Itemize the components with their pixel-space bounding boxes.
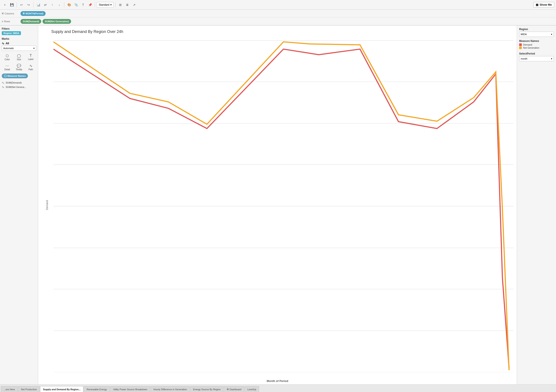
tab-hourly-difference[interactable]: Hourly Difference in Generation — [151, 386, 190, 392]
marks-path-btn[interactable]: ∿ Path — [25, 63, 36, 72]
region-label: Region — [519, 28, 554, 31]
marks-type-dropdown[interactable]: Automatic ▾ — [2, 46, 36, 51]
swap-icon[interactable]: ⇄ — [42, 2, 48, 8]
right-panel: Region MIDA ▾ Measure Names Demand Net G… — [517, 25, 556, 384]
sum-netgen-row: ∿ SUM(Net Genera... — [2, 85, 36, 89]
marks-all-row: ∿ All — [2, 41, 36, 46]
bottom-tabs: ...ers Here Net Production Supply and De… — [0, 384, 556, 392]
share-icon[interactable]: ⇗ — [131, 2, 137, 8]
rows-label: ≡ Rows — [2, 20, 19, 23]
undo-icon[interactable]: ↩ — [19, 2, 25, 8]
size-icon: ◯ — [17, 54, 21, 58]
save-icon[interactable]: 💾 — [9, 2, 15, 8]
marks-label-btn[interactable]: T Label — [25, 53, 36, 62]
sort-desc-icon[interactable]: ↓ — [56, 2, 62, 8]
select-period-label: SelectPeriod — [519, 52, 554, 55]
select-period-chevron: ▾ — [551, 57, 552, 60]
rows-shelf: ≡ Rows SUM(Demand) SUM(Net Generation) — [0, 17, 556, 25]
text-icon[interactable]: T — [80, 2, 86, 8]
demand-swatch — [519, 43, 522, 46]
line-icon-netgen: ∿ — [2, 85, 4, 89]
measure-names-pill[interactable]: ⬡ Measure Names — [2, 73, 28, 78]
show-me-button[interactable]: ▦ Show Me — [533, 2, 554, 8]
marks-all-label: All — [6, 42, 9, 45]
tooltip-icon: 💬 — [17, 64, 21, 68]
marks-color-btn[interactable]: ⬡ Color — [2, 53, 13, 62]
show-me-icon: ▦ — [536, 3, 538, 6]
marks-section: Marks ∿ All Automatic ▾ ⬡ Color ◯ Size — [2, 37, 36, 78]
sum-demand-row: ∿ SUM(Demand) — [2, 80, 36, 85]
marks-size-btn[interactable]: ◯ Size — [14, 53, 24, 62]
legend-netgen: Net Generation — [519, 47, 554, 49]
toolbar: + 💾 ↩ ↪ 📊 ⇄ ↑ ↓ 🎨 📎 T 📌 Standard ▾ ⊞ 🖥 ⇗… — [0, 0, 556, 10]
marks-tooltip-btn[interactable]: 💬 Tooltip — [14, 63, 24, 72]
device-icon[interactable]: 🖥 — [124, 2, 130, 8]
path-icon: ∿ — [30, 64, 32, 68]
region-dropdown[interactable]: MIDA ▾ — [519, 32, 554, 37]
chart-title: Supply and Demand By Region Over 24h — [38, 25, 517, 36]
chart-area: Supply and Demand By Region Over 24h Dem… — [38, 25, 517, 384]
x-axis-title: Month of Period — [267, 379, 288, 383]
tab-energy-source[interactable]: Energy Source By Region — [190, 386, 224, 392]
select-period-dropdown[interactable]: month ▾ — [519, 56, 554, 61]
netgen-swatch — [519, 47, 522, 49]
filters-section: Filters Region: MIDA — [2, 27, 36, 35]
marks-title: Marks — [2, 37, 36, 40]
detail-icon: ⋯ — [6, 64, 9, 68]
color-icon[interactable]: 🎨 — [66, 2, 72, 8]
tab-utility-power[interactable]: Utility Power Source Breakdown — [110, 386, 150, 392]
filter-region-pill[interactable]: Region: MIDA — [2, 31, 21, 35]
redo-icon[interactable]: ↪ — [25, 2, 32, 8]
tab-renewable-energy[interactable]: Renewable Energy — [84, 386, 110, 392]
tab-dashboard[interactable]: ⊞ Dashboard — [224, 386, 244, 392]
tab-levelup[interactable]: LevelUp — [245, 386, 259, 392]
select-period-section: SelectPeriod month ▾ — [519, 52, 554, 61]
region-dropdown-chevron: ▾ — [551, 33, 552, 36]
columns-pill-month[interactable]: ⊞ MONTH(Period) — [21, 11, 46, 16]
dashboard-icon: ⊞ — [227, 388, 229, 391]
main-layout: Filters Region: MIDA Marks ∿ All Automat… — [0, 25, 556, 384]
tab-net-production[interactable]: Net Production — [18, 386, 40, 392]
rows-pill-netgen[interactable]: SUM(Net Generation) — [43, 19, 71, 24]
region-section: Region MIDA ▾ — [519, 28, 554, 37]
sort-asc-icon[interactable]: ↑ — [49, 2, 55, 8]
measure-names-section: Measure Names Demand Net Generation — [519, 39, 554, 49]
legend-demand: Demand — [519, 43, 554, 46]
measure-names-legend-title: Measure Names — [519, 39, 554, 43]
toolbar-separator-5 — [115, 2, 116, 8]
toolbar-separator — [16, 2, 17, 8]
marks-type-chevron: ▾ — [33, 47, 35, 50]
left-panel: Filters Region: MIDA Marks ∿ All Automat… — [0, 25, 38, 384]
rows-pill-demand[interactable]: SUM(Demand) — [21, 19, 41, 24]
line-icon-demand: ∿ — [2, 81, 4, 84]
sum-rows-section: ∿ SUM(Demand) ∿ SUM(Net Genera... — [2, 80, 36, 89]
fit-icon[interactable]: ⊞ — [117, 2, 124, 8]
color-dots-icon: ⬡ — [6, 54, 9, 58]
toolbar-separator-4 — [95, 2, 95, 8]
marks-icons-grid: ⬡ Color ◯ Size T Label ⋯ Detail 💬 Too — [2, 53, 36, 72]
standard-dropdown[interactable]: Standard ▾ — [97, 2, 114, 8]
demand-line — [54, 49, 509, 368]
columns-label: ⊞ Columns — [2, 12, 19, 15]
toolbar-separator-3 — [64, 2, 64, 8]
label-icon: T — [30, 54, 32, 58]
toolbar-separator-2 — [33, 2, 34, 8]
annotate-icon[interactable]: 📎 — [73, 2, 79, 8]
y-axis-label: Demand — [46, 200, 49, 210]
chart-type-icon[interactable]: 📊 — [35, 2, 41, 8]
dropdown-chevron: ▾ — [110, 3, 112, 6]
pin-icon[interactable]: 📌 — [87, 2, 93, 8]
chart-svg: 0M 10M 20M 30M 40M 50M 60M 70M 80M Janua… — [54, 38, 513, 372]
tab-filters-here[interactable]: ...ers Here — [1, 386, 18, 392]
shelves-panel: ⊞ Columns ⊞ MONTH(Period) ≡ Rows SUM(Dem… — [0, 10, 556, 25]
new-workbook-icon[interactable]: + — [2, 2, 8, 8]
marks-detail-btn[interactable]: ⋯ Detail — [2, 63, 13, 72]
columns-shelf: ⊞ Columns ⊞ MONTH(Period) — [0, 10, 556, 17]
tab-supply-demand[interactable]: Supply and Demand By Region... — [40, 386, 83, 392]
filters-title: Filters — [2, 27, 36, 30]
